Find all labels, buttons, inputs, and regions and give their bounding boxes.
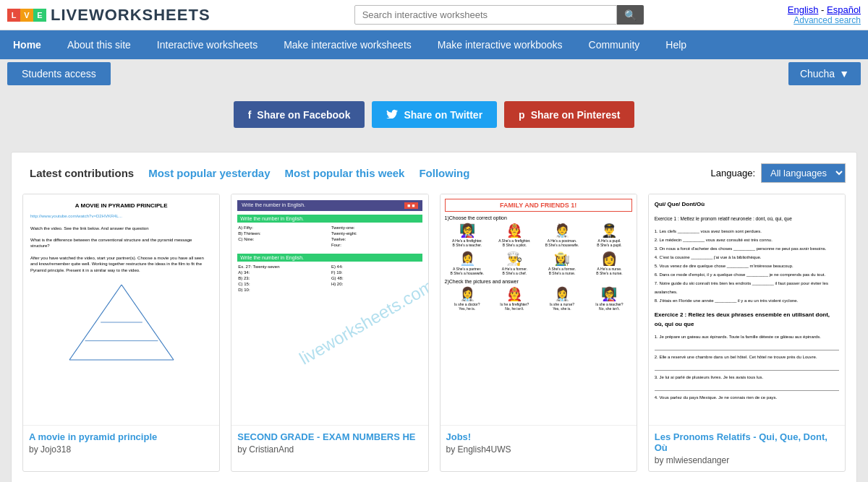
ws2-section1: Write the number in English. [237, 215, 422, 223]
pyramid-diagram [64, 279, 179, 366]
advanced-search-link[interactable]: Advanced search [788, 15, 861, 25]
worksheet-title-2: SECOND GRADE - EXAM NUMBERS HE [237, 431, 422, 442]
tab-following[interactable]: Following [412, 164, 477, 182]
language-label: Language: [711, 168, 755, 178]
username-label: Chucha [800, 68, 835, 79]
search-button[interactable]: 🔍 [617, 5, 644, 25]
ws2-col-left: A) Fifty: B) Thirteen: C) Nine: [237, 225, 329, 248]
twitter-label: Share on Twitter [404, 109, 482, 121]
ws1-question: What is the difference between the conve… [30, 237, 212, 249]
ws3-preview: FAMILY AND FRIENDS 1! 1)Choose the corre… [441, 194, 637, 425]
logo-text: LIVEWORKSHEETS [51, 6, 210, 25]
ws3-q2: 2)Check the pictures and answer [445, 279, 632, 284]
dropdown-icon: ▼ [839, 68, 849, 79]
ws2-col2-left: Ex. 27: Twenty-seven A) 34: B) 23: C) 15… [237, 264, 329, 293]
nav: Home About this site Interactive workshe… [0, 30, 868, 59]
share-area: f Share on Facebook Share on Twitter p S… [0, 88, 868, 141]
tab-popular-yesterday[interactable]: Most popular yesterday [141, 164, 277, 182]
ws2-header: Write the number in English. ■ ■ [237, 200, 422, 211]
pinterest-label: Share on Pinterest [531, 109, 621, 121]
nav-home[interactable]: Home [0, 30, 54, 59]
logo-letter-v: V [20, 9, 33, 22]
students-access-button[interactable]: Students access [7, 62, 111, 85]
facebook-icon: f [248, 109, 252, 121]
ws4-ex2-sentences: 1. Je prépare un gateau aux épinards. To… [655, 332, 839, 402]
worksheet-title-3: Jobs! [446, 431, 631, 442]
ws4-preview: Qui/ Que/ Dont/Où Exercice 1 : Mettez le… [649, 194, 845, 425]
spanish-link[interactable]: Español [827, 4, 861, 15]
worksheet-thumb-2: Write the number in English. ■ ■ Write t… [231, 194, 427, 426]
ws1-title: A MOVIE IN PYRAMID PRINCIPLE [30, 202, 212, 210]
nav-help[interactable]: Help [652, 30, 699, 59]
share-twitter-button[interactable]: Share on Twitter [372, 101, 497, 128]
english-link[interactable]: English [788, 4, 819, 15]
pinterest-icon: p [519, 109, 525, 121]
facebook-label: Share on Facebook [257, 109, 350, 121]
header-right: English - Español Advanced search [788, 4, 861, 25]
worksheet-card-3[interactable]: FAMILY AND FRIENDS 1! 1)Choose the corre… [440, 194, 637, 472]
search-icon: 🔍 [624, 9, 637, 21]
worksheet-title-4: Les Pronoms Relatifs - Qui, Que, Dont, O… [655, 431, 839, 453]
ws4-title: Qui/ Que/ Dont/Où [655, 200, 839, 210]
share-pinterest-button[interactable]: p Share on Pinterest [504, 101, 634, 128]
ws2-grid1: A) Fifty: B) Thirteen: C) Nine: Twenty-o… [237, 225, 422, 248]
nav-make-worksheets[interactable]: Make interactive worksheets [271, 30, 425, 59]
worksheet-author-3: by English4UWS [446, 444, 631, 455]
nav-interactive[interactable]: Interactive worksheets [144, 30, 271, 59]
ws3-title: FAMILY AND FRIENDS 1! [445, 199, 632, 212]
nav-community[interactable]: Community [576, 30, 653, 59]
language-switcher: English - Español [788, 4, 861, 15]
ws2-preview: Write the number in English. ■ ■ Write t… [231, 194, 427, 425]
worksheet-info-2: SECOND GRADE - EXAM NUMBERS HE by Cristi… [231, 426, 427, 460]
tab-popular-week[interactable]: Most popular this week [278, 164, 412, 182]
worksheet-info-4: Les Pronoms Relatifs - Qui, Que, Dont, O… [649, 426, 845, 471]
ws1-preview: A MOVIE IN PYRAMID PRINCIPLE http://www.… [23, 194, 219, 425]
ws2-grid2: Ex. 27: Twenty-seven A) 34: B) 23: C) 15… [237, 264, 422, 293]
ws2-section2: Write the number in English. [237, 254, 422, 262]
worksheet-info-3: Jobs! by English4UWS [441, 426, 637, 460]
language-select[interactable]: All languages [761, 163, 846, 183]
nav-about[interactable]: About this site [54, 30, 144, 59]
worksheets-grid: A MOVIE IN PYRAMID PRINCIPLE http://www.… [22, 194, 846, 472]
nav-make-workbooks[interactable]: Make interactive workbooks [425, 30, 576, 59]
share-facebook-button[interactable]: f Share on Facebook [234, 101, 365, 128]
language-filter: Language: All languages [711, 163, 846, 183]
subnav: Students access Chucha ▼ [0, 59, 868, 88]
worksheet-thumb-1: A MOVIE IN PYRAMID PRINCIPLE http://www.… [23, 194, 219, 426]
header: L V E LIVEWORKSHEETS 🔍 English - Español… [0, 0, 868, 30]
lang-sep: - [821, 4, 827, 15]
twitter-icon [386, 108, 398, 121]
ws4-ex1-title: Exercice 1 : Mettez le pronom relatif ne… [655, 215, 839, 223]
logo-letter-l: L [7, 9, 20, 22]
worksheet-info-1: A movie in pyramid principle by Jojo318 [23, 426, 219, 460]
ws4-sentences: 1. Les clefs _________ vous avez besoin … [655, 227, 839, 305]
ws3-figures-row1: 👩‍🏫A He's a firefighter.B She's a teache… [445, 223, 632, 247]
logo-box: L V E [7, 9, 46, 22]
ws3-figures-row2: 👩‍💼A She's a partner.B She's a housewife… [445, 251, 632, 275]
logo-area: L V E LIVEWORKSHEETS [7, 6, 210, 25]
search-area: 🔍 [354, 5, 644, 25]
worksheet-author-2: by CristianAnd [237, 444, 422, 455]
search-input[interactable] [354, 5, 617, 25]
worksheet-card-2[interactable]: Write the number in English. ■ ■ Write t… [231, 194, 428, 472]
tabs-row: Latest contributions Most popular yester… [22, 163, 846, 183]
tab-latest[interactable]: Latest contributions [22, 164, 141, 182]
worksheet-thumb-3: FAMILY AND FRIENDS 1! 1)Choose the corre… [441, 194, 637, 426]
ws3-figures-row3: 👩‍⚕️Is she a doctor?Yes, he is. 👨‍🚒Is he… [445, 286, 632, 311]
logo-letter-e: E [33, 9, 46, 22]
main: Latest contributions Most popular yester… [0, 141, 868, 482]
worksheet-title-1: A movie in pyramid principle [29, 431, 213, 442]
worksheet-thumb-4: Qui/ Que/ Dont/Où Exercice 1 : Mettez le… [649, 194, 845, 426]
worksheet-card-4[interactable]: Qui/ Que/ Dont/Où Exercice 1 : Mettez le… [648, 194, 846, 472]
user-menu-button[interactable]: Chucha ▼ [788, 62, 861, 85]
worksheet-card-1[interactable]: A MOVIE IN PYRAMID PRINCIPLE http://www.… [22, 194, 220, 472]
ws1-url: http://www.youtube.com/watch?v=D2HVKR4L.… [30, 213, 212, 219]
ws1-instruction2: After you have watched the video, start … [30, 255, 212, 273]
worksheet-author-1: by Jojo318 [29, 444, 213, 455]
ws3-q1: 1)Choose the correct option [445, 215, 632, 220]
content-box: Latest contributions Most popular yester… [11, 152, 857, 482]
worksheet-author-4: by mlwiesendanger [655, 455, 839, 465]
ws2-col-right: Twenty-one: Twenty-eight: Twelve: Four: [331, 225, 422, 248]
ws1-instruction: Watch the video. See the link below. And… [30, 225, 212, 231]
ws4-ex2-title: Exercice 2 : Reliez les deux phrases ens… [655, 311, 839, 330]
